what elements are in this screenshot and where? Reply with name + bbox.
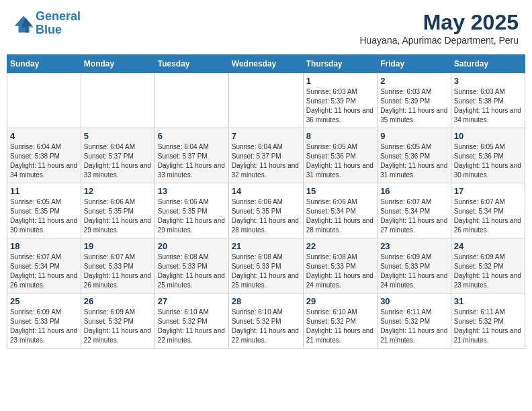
day-info: Sunrise: 6:05 AM Sunset: 5:36 PM Dayligh… (454, 142, 522, 180)
page-header: General Blue May 2025 Huayana, Apurimac … (7, 7, 525, 49)
day-cell: 3Sunrise: 6:03 AM Sunset: 5:38 PM Daylig… (451, 73, 525, 128)
header-cell-monday: Monday (81, 55, 154, 73)
week-row-1: 1Sunrise: 6:03 AM Sunset: 5:39 PM Daylig… (7, 73, 525, 128)
calendar-body: 1Sunrise: 6:03 AM Sunset: 5:39 PM Daylig… (7, 73, 525, 349)
header-cell-wednesday: Wednesday (228, 55, 303, 73)
logo-line2: Blue (36, 23, 62, 36)
day-info: Sunrise: 6:08 AM Sunset: 5:33 PM Dayligh… (158, 253, 226, 290)
day-cell: 29Sunrise: 6:10 AM Sunset: 5:32 PM Dayli… (303, 293, 377, 349)
day-cell: 8Sunrise: 6:05 AM Sunset: 5:36 PM Daylig… (303, 128, 377, 183)
logo: General Blue (13, 10, 81, 37)
day-info: Sunrise: 6:04 AM Sunset: 5:37 PM Dayligh… (84, 142, 152, 180)
day-cell (7, 73, 81, 128)
page-title: May 2025 (359, 10, 519, 35)
day-number: 8 (306, 131, 374, 141)
day-cell (154, 73, 228, 128)
day-cell: 14Sunrise: 6:06 AM Sunset: 5:35 PM Dayli… (228, 183, 303, 238)
day-cell (228, 73, 303, 128)
day-number: 15 (306, 186, 374, 196)
day-cell: 31Sunrise: 6:11 AM Sunset: 5:32 PM Dayli… (451, 293, 525, 349)
day-number: 14 (232, 186, 300, 196)
day-number: 1 (306, 76, 374, 86)
day-number: 7 (232, 131, 300, 141)
day-info: Sunrise: 6:11 AM Sunset: 5:32 PM Dayligh… (454, 308, 522, 345)
header-cell-friday: Friday (378, 55, 451, 73)
day-cell: 22Sunrise: 6:08 AM Sunset: 5:33 PM Dayli… (303, 238, 377, 293)
day-info: Sunrise: 6:05 AM Sunset: 5:36 PM Dayligh… (380, 142, 448, 180)
week-row-3: 11Sunrise: 6:05 AM Sunset: 5:35 PM Dayli… (7, 183, 525, 238)
day-info: Sunrise: 6:09 AM Sunset: 5:33 PM Dayligh… (380, 253, 448, 290)
day-cell: 9Sunrise: 6:05 AM Sunset: 5:36 PM Daylig… (378, 128, 451, 183)
week-row-4: 18Sunrise: 6:07 AM Sunset: 5:34 PM Dayli… (7, 238, 525, 293)
day-info: Sunrise: 6:08 AM Sunset: 5:33 PM Dayligh… (306, 253, 374, 290)
day-info: Sunrise: 6:07 AM Sunset: 5:33 PM Dayligh… (84, 253, 152, 290)
day-info: Sunrise: 6:05 AM Sunset: 5:35 PM Dayligh… (10, 197, 78, 235)
day-number: 4 (10, 131, 78, 141)
day-number: 24 (454, 241, 522, 251)
day-cell (81, 73, 154, 128)
day-cell: 30Sunrise: 6:11 AM Sunset: 5:32 PM Dayli… (378, 293, 451, 349)
day-number: 3 (454, 76, 522, 86)
day-info: Sunrise: 6:03 AM Sunset: 5:38 PM Dayligh… (454, 87, 522, 125)
day-info: Sunrise: 6:06 AM Sunset: 5:35 PM Dayligh… (232, 197, 300, 235)
day-info: Sunrise: 6:10 AM Sunset: 5:32 PM Dayligh… (306, 308, 374, 345)
day-number: 19 (84, 241, 152, 251)
day-info: Sunrise: 6:06 AM Sunset: 5:35 PM Dayligh… (84, 197, 152, 235)
day-info: Sunrise: 6:07 AM Sunset: 5:34 PM Dayligh… (380, 197, 448, 235)
week-row-5: 25Sunrise: 6:09 AM Sunset: 5:33 PM Dayli… (7, 293, 525, 349)
day-number: 2 (380, 76, 448, 86)
day-cell: 23Sunrise: 6:09 AM Sunset: 5:33 PM Dayli… (378, 238, 451, 293)
day-info: Sunrise: 6:05 AM Sunset: 5:36 PM Dayligh… (306, 142, 374, 180)
day-cell: 27Sunrise: 6:10 AM Sunset: 5:32 PM Dayli… (154, 293, 228, 349)
day-cell: 21Sunrise: 6:08 AM Sunset: 5:33 PM Dayli… (228, 238, 303, 293)
day-cell: 16Sunrise: 6:07 AM Sunset: 5:34 PM Dayli… (378, 183, 451, 238)
day-number: 5 (84, 131, 152, 141)
day-info: Sunrise: 6:08 AM Sunset: 5:33 PM Dayligh… (232, 253, 300, 290)
logo-text: General Blue (36, 10, 81, 37)
day-cell: 7Sunrise: 6:04 AM Sunset: 5:37 PM Daylig… (228, 128, 303, 183)
day-info: Sunrise: 6:11 AM Sunset: 5:32 PM Dayligh… (380, 308, 448, 345)
day-number: 31 (454, 296, 522, 306)
day-number: 17 (454, 186, 522, 196)
day-info: Sunrise: 6:10 AM Sunset: 5:32 PM Dayligh… (158, 308, 226, 345)
header-row: SundayMondayTuesdayWednesdayThursdayFrid… (7, 55, 525, 73)
day-number: 6 (158, 131, 226, 141)
day-number: 18 (10, 241, 78, 251)
day-cell: 5Sunrise: 6:04 AM Sunset: 5:37 PM Daylig… (81, 128, 154, 183)
day-cell: 26Sunrise: 6:09 AM Sunset: 5:32 PM Dayli… (81, 293, 154, 349)
day-cell: 10Sunrise: 6:05 AM Sunset: 5:36 PM Dayli… (451, 128, 525, 183)
day-info: Sunrise: 6:09 AM Sunset: 5:32 PM Dayligh… (84, 308, 152, 345)
day-cell: 2Sunrise: 6:03 AM Sunset: 5:39 PM Daylig… (378, 73, 451, 128)
logo-line1: General (36, 9, 81, 23)
day-info: Sunrise: 6:06 AM Sunset: 5:35 PM Dayligh… (158, 197, 226, 235)
day-number: 22 (306, 241, 374, 251)
day-cell: 11Sunrise: 6:05 AM Sunset: 5:35 PM Dayli… (7, 183, 81, 238)
day-info: Sunrise: 6:04 AM Sunset: 5:37 PM Dayligh… (232, 142, 300, 180)
day-number: 23 (380, 241, 448, 251)
day-info: Sunrise: 6:03 AM Sunset: 5:39 PM Dayligh… (306, 87, 374, 125)
day-number: 10 (454, 131, 522, 141)
day-info: Sunrise: 6:07 AM Sunset: 5:34 PM Dayligh… (454, 197, 522, 235)
day-cell: 24Sunrise: 6:09 AM Sunset: 5:32 PM Dayli… (451, 238, 525, 293)
day-number: 9 (380, 131, 448, 141)
day-number: 20 (158, 241, 226, 251)
day-cell: 28Sunrise: 6:10 AM Sunset: 5:32 PM Dayli… (228, 293, 303, 349)
day-info: Sunrise: 6:09 AM Sunset: 5:32 PM Dayligh… (454, 253, 522, 290)
day-number: 12 (84, 186, 152, 196)
calendar-table: SundayMondayTuesdayWednesdayThursdayFrid… (7, 54, 525, 349)
day-info: Sunrise: 6:04 AM Sunset: 5:37 PM Dayligh… (158, 142, 226, 180)
day-info: Sunrise: 6:06 AM Sunset: 5:34 PM Dayligh… (306, 197, 374, 235)
day-info: Sunrise: 6:07 AM Sunset: 5:34 PM Dayligh… (10, 253, 78, 290)
header-cell-tuesday: Tuesday (154, 55, 228, 73)
day-cell: 6Sunrise: 6:04 AM Sunset: 5:37 PM Daylig… (154, 128, 228, 183)
day-info: Sunrise: 6:10 AM Sunset: 5:32 PM Dayligh… (232, 308, 300, 345)
title-block: May 2025 Huayana, Apurimac Department, P… (359, 10, 519, 46)
header-cell-saturday: Saturday (451, 55, 525, 73)
day-cell: 20Sunrise: 6:08 AM Sunset: 5:33 PM Dayli… (154, 238, 228, 293)
logo-icon (13, 13, 34, 34)
day-info: Sunrise: 6:04 AM Sunset: 5:38 PM Dayligh… (10, 142, 78, 180)
day-number: 26 (84, 296, 152, 306)
day-cell: 13Sunrise: 6:06 AM Sunset: 5:35 PM Dayli… (154, 183, 228, 238)
header-cell-thursday: Thursday (303, 55, 377, 73)
day-info: Sunrise: 6:03 AM Sunset: 5:39 PM Dayligh… (380, 87, 448, 125)
